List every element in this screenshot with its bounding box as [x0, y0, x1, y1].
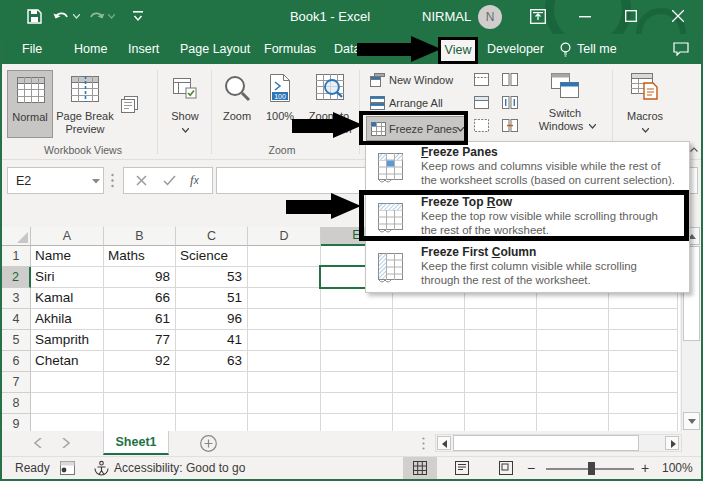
- cell-F5[interactable]: [393, 330, 465, 351]
- hide-icon[interactable]: [474, 96, 489, 109]
- cell-B3[interactable]: 66: [104, 288, 176, 309]
- cell-I8[interactable]: [609, 393, 678, 414]
- cell-B6[interactable]: 92: [104, 351, 176, 372]
- row-header-9[interactable]: 9: [2, 414, 31, 431]
- minimize-button[interactable]: [570, 0, 600, 34]
- cell-F8[interactable]: [393, 393, 465, 414]
- tab-page-layout[interactable]: Page Layout: [180, 34, 250, 64]
- cell-A8[interactable]: [31, 393, 104, 414]
- normal-view-status-button[interactable]: [403, 457, 437, 479]
- scroll-left-button[interactable]: [437, 436, 451, 450]
- cell-D7[interactable]: [248, 372, 321, 393]
- row-header-5[interactable]: 5: [2, 330, 31, 351]
- next-sheet-icon[interactable]: [62, 438, 70, 448]
- cell-G6[interactable]: [465, 351, 537, 372]
- cell-G9[interactable]: [465, 414, 537, 431]
- cell-B4[interactable]: 61: [104, 309, 176, 330]
- cell-G7[interactable]: [465, 372, 537, 393]
- cell-I9[interactable]: [609, 414, 678, 431]
- cell-C5[interactable]: 41: [176, 330, 248, 351]
- cell-E7[interactable]: [321, 372, 393, 393]
- cell-E9[interactable]: [321, 414, 393, 431]
- cell-C7[interactable]: [176, 372, 248, 393]
- tab-insert[interactable]: Insert: [128, 34, 159, 64]
- tab-view[interactable]: View: [438, 37, 478, 64]
- tab-formulas[interactable]: Formulas: [264, 34, 316, 64]
- menu-item-freeze-panes[interactable]: Freeze Panes Keep rows and columns visib…: [366, 143, 689, 193]
- cell-D4[interactable]: [248, 309, 321, 330]
- show-button[interactable]: Show: [162, 70, 208, 152]
- cell-A4[interactable]: Akhila: [31, 309, 104, 330]
- cell-C6[interactable]: 63: [176, 351, 248, 372]
- cell-H5[interactable]: [537, 330, 609, 351]
- column-header-B[interactable]: B: [104, 227, 176, 246]
- accessibility-icon[interactable]: [93, 460, 110, 477]
- collapse-ribbon-icon[interactable]: [690, 147, 698, 152]
- zoom-in-button[interactable]: +: [641, 460, 649, 476]
- cell-D2[interactable]: [248, 267, 321, 288]
- cell-D8[interactable]: [248, 393, 321, 414]
- cell-E5[interactable]: [321, 330, 393, 351]
- cell-C1[interactable]: Science: [176, 246, 248, 267]
- name-box[interactable]: E2: [7, 167, 104, 194]
- cell-D9[interactable]: [248, 414, 321, 431]
- cell-G5[interactable]: [465, 330, 537, 351]
- row-header-1[interactable]: 1: [2, 246, 31, 267]
- fx-icon[interactable]: fx: [190, 172, 199, 188]
- row-header-7[interactable]: 7: [2, 372, 31, 393]
- cell-F9[interactable]: [393, 414, 465, 431]
- cell-A1[interactable]: Name: [31, 246, 104, 267]
- cell-H4[interactable]: [537, 309, 609, 330]
- cell-A5[interactable]: Samprith: [31, 330, 104, 351]
- cell-I7[interactable]: [609, 372, 678, 393]
- cell-H7[interactable]: [537, 372, 609, 393]
- maximize-button[interactable]: [616, 0, 646, 34]
- cell-H8[interactable]: [537, 393, 609, 414]
- unhide-icon[interactable]: [474, 119, 489, 132]
- cell-B2[interactable]: 98: [104, 267, 176, 288]
- cell-B5[interactable]: 77: [104, 330, 176, 351]
- cell-D6[interactable]: [248, 351, 321, 372]
- cell-H9[interactable]: [537, 414, 609, 431]
- cell-I5[interactable]: [609, 330, 678, 351]
- cell-E6[interactable]: [321, 351, 393, 372]
- cell-F7[interactable]: [393, 372, 465, 393]
- column-header-C[interactable]: C: [176, 227, 248, 246]
- tab-home[interactable]: Home: [74, 34, 107, 64]
- cell-G8[interactable]: [465, 393, 537, 414]
- macro-record-icon[interactable]: [60, 461, 75, 475]
- row-header-2[interactable]: 2: [2, 267, 31, 288]
- cancel-icon[interactable]: [136, 175, 147, 186]
- reset-window-position-icon[interactable]: [502, 119, 518, 132]
- scroll-down-button[interactable]: [683, 412, 700, 430]
- cell-E4[interactable]: [321, 309, 393, 330]
- new-window-button[interactable]: New Window: [368, 71, 468, 91]
- select-all-corner[interactable]: [2, 227, 31, 246]
- cell-C9[interactable]: [176, 414, 248, 431]
- new-sheet-icon[interactable]: [200, 435, 217, 452]
- avatar[interactable]: N: [478, 5, 502, 29]
- row-header-4[interactable]: 4: [2, 309, 31, 330]
- tab-tell-me[interactable]: Tell me: [577, 34, 617, 64]
- zoom-button[interactable]: Zoom: [215, 70, 259, 138]
- cell-D1[interactable]: [248, 246, 321, 267]
- normal-view-button[interactable]: Normal: [7, 70, 53, 138]
- comment-icon[interactable]: [673, 42, 689, 56]
- cell-A9[interactable]: [31, 414, 104, 431]
- cell-G4[interactable]: [465, 309, 537, 330]
- cell-B7[interactable]: [104, 372, 176, 393]
- ribbon-display-options-icon[interactable]: [530, 9, 546, 24]
- macros-button[interactable]: Macros: [617, 70, 673, 152]
- scroll-right-button[interactable]: [665, 436, 679, 450]
- cell-D3[interactable]: [248, 288, 321, 309]
- name-box-dropdown-icon[interactable]: [92, 179, 100, 184]
- page-break-preview-button[interactable]: Page Break Preview: [54, 70, 116, 138]
- cell-A3[interactable]: Kamal: [31, 288, 104, 309]
- zoom-slider-thumb[interactable]: [588, 462, 595, 475]
- cell-F6[interactable]: [393, 351, 465, 372]
- cell-B1[interactable]: Maths: [104, 246, 176, 267]
- column-header-A[interactable]: A: [31, 227, 104, 246]
- cell-B8[interactable]: [104, 393, 176, 414]
- cell-I4[interactable]: [609, 309, 678, 330]
- cell-D5[interactable]: [248, 330, 321, 351]
